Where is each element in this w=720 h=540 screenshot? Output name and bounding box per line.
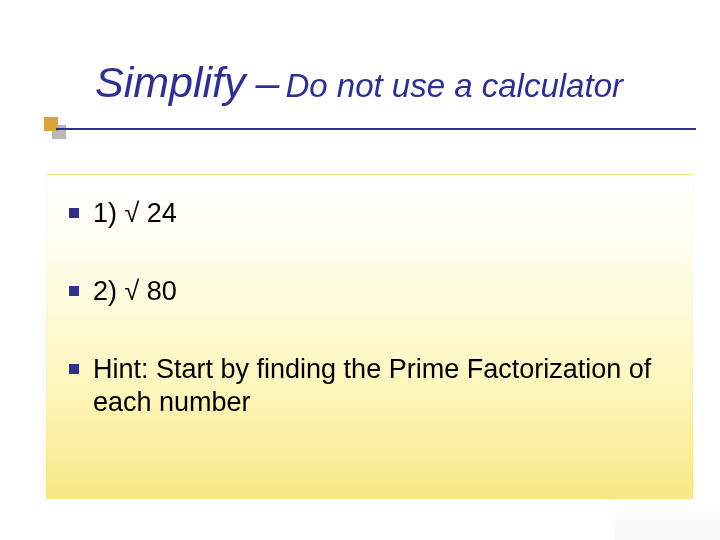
title-line: Simplify – Do not use a calculator bbox=[95, 58, 700, 107]
list-item: 2) √ 80 bbox=[69, 275, 674, 309]
title-underline-shadow bbox=[60, 130, 700, 134]
list-item: Hint: Start by finding the Prime Factori… bbox=[69, 353, 674, 421]
bullet-square-icon bbox=[69, 208, 79, 218]
title-underline bbox=[44, 128, 696, 130]
list-item: 1) √ 24 bbox=[69, 197, 674, 231]
title-sub: Do not use a calculator bbox=[285, 67, 623, 105]
title: Simplify – Do not use a calculator bbox=[95, 58, 700, 107]
title-main: Simplify bbox=[95, 58, 246, 107]
title-dash: – bbox=[256, 58, 280, 107]
corner-wash bbox=[615, 494, 720, 540]
content-box: 1) √ 24 2) √ 80 Hint: Start by finding t… bbox=[46, 174, 693, 500]
bullet-square-icon bbox=[69, 364, 79, 374]
title-underline-line bbox=[56, 128, 696, 130]
slide: Simplify – Do not use a calculator 1) √ … bbox=[0, 0, 720, 540]
bullet-square-icon bbox=[69, 286, 79, 296]
bullet-list: 1) √ 24 2) √ 80 Hint: Start by finding t… bbox=[69, 197, 674, 420]
bullet-text: 1) √ 24 bbox=[93, 197, 674, 231]
bullet-text: Hint: Start by finding the Prime Factori… bbox=[93, 353, 674, 421]
bullet-text: 2) √ 80 bbox=[93, 275, 674, 309]
